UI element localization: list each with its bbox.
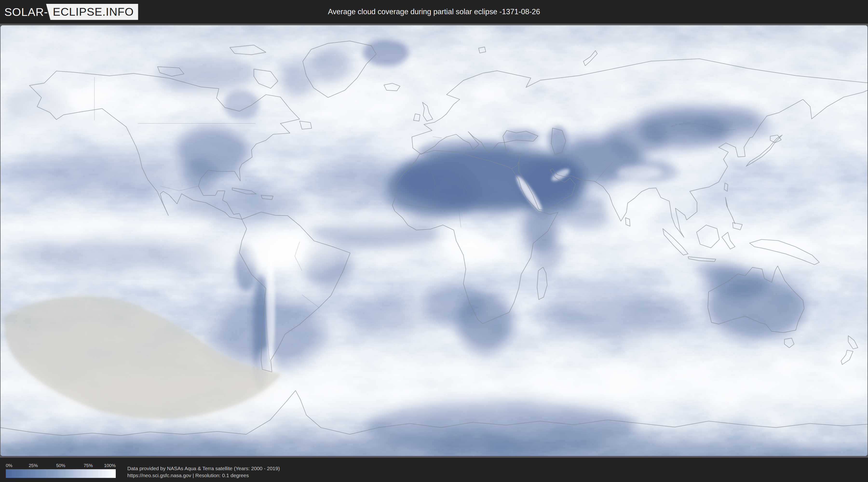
logo-text-solar: SOLAR- <box>4 5 48 19</box>
cloud-coverage-legend: 0% 25% 50% 75% 100% <box>6 458 116 482</box>
attribution-line1: Data provided by NASAs Aqua & Terra sate… <box>127 465 280 472</box>
page-title: Average cloud coverage during partial so… <box>328 0 540 24</box>
world-cloud-map-svg <box>0 25 868 456</box>
legend-tick-label: 0% <box>6 463 12 468</box>
header-bar: SOLAR- ECLIPSE.INFO Average cloud covera… <box>0 0 868 24</box>
logo-text-eclipse-info: ECLIPSE.INFO <box>46 4 138 20</box>
cloud-coverage-map <box>0 25 868 456</box>
attribution-line2: https://neo.sci.gsfc.nasa.gov | Resoluti… <box>127 472 280 479</box>
legend-tick-label: 50% <box>56 463 65 468</box>
legend-tick-label: 100% <box>104 463 116 468</box>
site-logo[interactable]: SOLAR- ECLIPSE.INFO <box>4 3 138 21</box>
legend-tick-label: 75% <box>84 463 93 468</box>
legend-tick-label: 25% <box>29 463 38 468</box>
legend-tick-labels: 0% 25% 50% 75% 100% <box>6 463 116 468</box>
data-attribution: Data provided by NASAs Aqua & Terra sate… <box>127 465 280 479</box>
map-frame <box>0 24 868 458</box>
legend-gradient-bar <box>6 469 116 478</box>
footer-bar: 0% 25% 50% 75% 100% Data provided by NAS… <box>0 458 868 482</box>
